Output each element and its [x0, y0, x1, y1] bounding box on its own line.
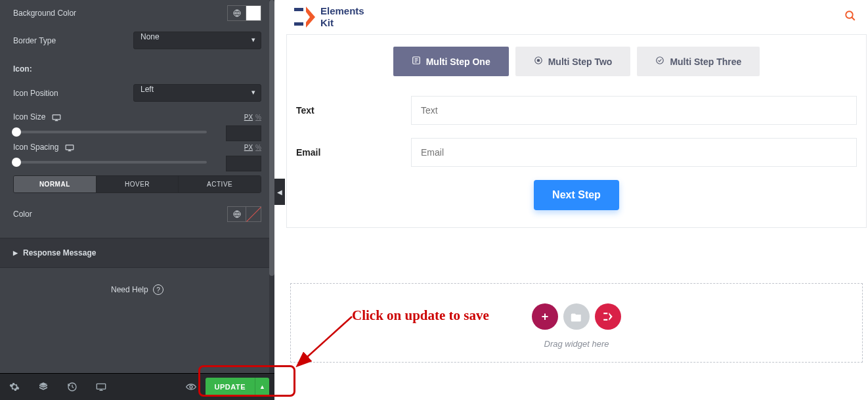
- svg-rect-2: [66, 145, 74, 150]
- color-control: Color: [0, 201, 274, 227]
- border-type-label: Border Type: [13, 36, 133, 45]
- svg-rect-4: [97, 384, 105, 389]
- svg-point-8: [846, 11, 853, 18]
- svg-point-11: [537, 59, 540, 62]
- update-button[interactable]: UPDATE: [206, 378, 255, 396]
- icon-size-input[interactable]: [226, 125, 261, 141]
- search-icon[interactable]: [844, 10, 856, 25]
- icon-position-value: Left: [141, 85, 154, 94]
- logo-text-bottom: Kit: [320, 17, 334, 28]
- background-color-label: Background Color: [13, 9, 227, 18]
- icon-position-control: Icon Position Left: [0, 79, 274, 107]
- svg-rect-14: [603, 319, 607, 321]
- border-type-value: None: [141, 32, 160, 41]
- step-tab-label: Multi Step Two: [548, 56, 613, 67]
- elements-kit-icon[interactable]: [595, 303, 621, 330]
- icon-spacing-input[interactable]: [226, 156, 261, 171]
- icon-spacing-units[interactable]: PX%: [244, 144, 261, 151]
- icon-size-label: Icon Size: [13, 112, 244, 122]
- slider-thumb[interactable]: [12, 127, 21, 137]
- step-icon-two: [534, 56, 543, 67]
- form-row-text: Text: [292, 96, 861, 125]
- response-message-accordion[interactable]: ▶ Response Message: [0, 238, 274, 268]
- preview-icon[interactable]: [177, 374, 206, 400]
- next-step-button[interactable]: Next Step: [534, 180, 619, 210]
- navigator-icon[interactable]: [29, 374, 58, 400]
- icon-position-label: Icon Position: [13, 89, 133, 98]
- bg-color-picker: [227, 5, 261, 21]
- template-library-icon[interactable]: [563, 303, 590, 330]
- icon-spacing-slider[interactable]: [13, 161, 207, 164]
- tab-hover[interactable]: HOVER: [97, 176, 179, 192]
- step-tab-label: Multi Step Three: [670, 56, 741, 67]
- svg-rect-6: [294, 8, 303, 11]
- logo-row: Elements Kit: [285, 0, 868, 34]
- annotation-text: Click on update to save: [352, 307, 489, 324]
- scrollbar-thumb[interactable]: [269, 0, 274, 276]
- step-icon-one: [412, 56, 421, 67]
- tab-active[interactable]: ACTIVE: [179, 176, 261, 192]
- settings-icon[interactable]: [0, 374, 29, 400]
- history-icon[interactable]: [58, 374, 87, 400]
- sidebar-footer: UPDATE ▲: [0, 373, 274, 400]
- border-type-select[interactable]: None: [133, 32, 261, 49]
- svg-rect-13: [603, 313, 607, 314]
- sidebar-scroll: Background Color Border Type None Icon: …: [0, 0, 274, 373]
- step-tab-three[interactable]: Multi Step Three: [637, 47, 760, 76]
- form-row-email: Email: [292, 138, 861, 167]
- sidebar-content: Background Color Border Type None Icon: …: [0, 0, 274, 311]
- form-widget: Multi Step One Multi Step Two Multi Step…: [286, 34, 867, 228]
- step-tab-label: Multi Step One: [426, 56, 490, 67]
- globe-icon[interactable]: [227, 206, 246, 222]
- scrollbar-track[interactable]: [269, 0, 274, 373]
- svg-point-5: [190, 386, 192, 388]
- color-picker: [227, 206, 261, 222]
- icon-size-control: Icon Size PX%: [0, 107, 274, 127]
- step-tab-one[interactable]: Multi Step One: [393, 47, 509, 76]
- color-swatch-empty[interactable]: [246, 206, 261, 222]
- svg-rect-7: [294, 22, 303, 26]
- update-options-caret[interactable]: ▲: [255, 378, 269, 396]
- email-label: Email: [296, 147, 411, 158]
- svg-point-12: [657, 57, 664, 64]
- state-tabs: NORMAL HOVER ACTIVE: [13, 175, 261, 193]
- step-tabs: Multi Step One Multi Step Two Multi Step…: [292, 47, 861, 76]
- desktop-icon[interactable]: [65, 144, 74, 152]
- icon-position-select[interactable]: Left: [133, 84, 261, 102]
- responsive-icon[interactable]: [87, 374, 116, 400]
- tab-normal[interactable]: NORMAL: [14, 176, 97, 192]
- email-input[interactable]: [411, 138, 857, 167]
- text-label: Text: [296, 105, 411, 116]
- update-group: UPDATE ▲: [206, 378, 269, 396]
- background-color-control: Background Color: [0, 0, 274, 26]
- need-help-row[interactable]: Need Help ?: [0, 268, 274, 311]
- icon-spacing-slider-row: [0, 157, 274, 167]
- step-tab-two[interactable]: Multi Step Two: [515, 47, 631, 76]
- caret-right-icon: ▶: [13, 250, 18, 256]
- text-input[interactable]: [411, 96, 857, 125]
- border-type-control: Border Type None: [0, 26, 274, 55]
- preview-canvas: Elements Kit Multi Step One Multi Step T…: [285, 0, 868, 400]
- svg-rect-1: [53, 115, 60, 120]
- editor-sidebar: Background Color Border Type None Icon: …: [0, 0, 274, 400]
- icon-size-units[interactable]: PX%: [244, 114, 261, 121]
- desktop-icon[interactable]: [52, 114, 61, 122]
- color-swatch-white[interactable]: [246, 5, 261, 21]
- drop-zone-text: Drag widget here: [291, 339, 862, 349]
- globe-icon[interactable]: [227, 5, 246, 21]
- icon-section-header: Icon:: [0, 55, 274, 79]
- accordion-label: Response Message: [23, 248, 96, 257]
- add-section-icon[interactable]: +: [532, 303, 558, 330]
- help-icon: ?: [153, 284, 163, 295]
- need-help-label: Need Help: [111, 285, 148, 294]
- color-label: Color: [13, 210, 227, 219]
- slider-thumb[interactable]: [12, 158, 21, 167]
- step-icon-three: [655, 56, 664, 67]
- icon-size-slider[interactable]: [13, 131, 207, 133]
- elements-kit-logo: Elements Kit: [290, 3, 382, 32]
- collapse-sidebar-handle[interactable]: ◀: [274, 179, 285, 205]
- logo-text-top: Elements: [320, 5, 364, 16]
- icon-size-slider-row: [0, 127, 274, 137]
- icon-spacing-label: Icon Spacing: [13, 143, 244, 152]
